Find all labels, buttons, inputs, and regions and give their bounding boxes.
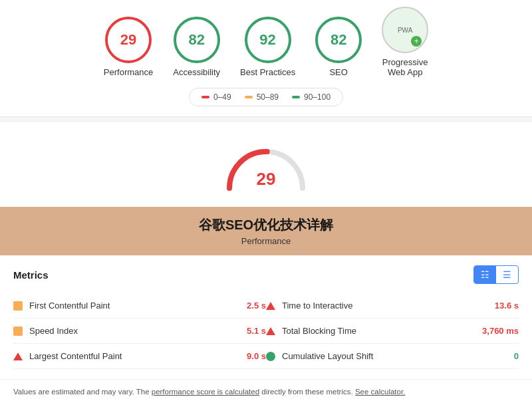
si-icon bbox=[13, 327, 23, 336]
grid-view-button[interactable]: ☷ bbox=[474, 266, 496, 283]
metric-fcp: First Contentful Paint 2.5 s bbox=[13, 293, 266, 319]
legend-orange-label: 50–89 bbox=[257, 92, 279, 102]
legend-green-dot bbox=[292, 96, 300, 98]
score-accessibility: 82 Accessibility bbox=[173, 17, 220, 77]
overlay-subtitle: Performance bbox=[13, 236, 519, 246]
tti-name: Time to Interactive bbox=[282, 301, 488, 311]
legend-orange-dot bbox=[245, 96, 253, 98]
fcp-value: 2.5 s bbox=[247, 301, 266, 311]
tti-icon bbox=[266, 302, 275, 310]
legend-red-label: 0–49 bbox=[213, 92, 231, 102]
section-divider bbox=[0, 116, 532, 122]
metrics-header: Metrics ☷ ☰ bbox=[13, 265, 519, 284]
metric-tbt: Total Blocking Time 3,760 ms bbox=[266, 319, 519, 344]
metrics-title: Metrics bbox=[13, 269, 49, 281]
footnote: Values are estimated and may vary. The p… bbox=[0, 379, 532, 399]
score-pwa: PWA + ProgressiveWeb App bbox=[382, 7, 428, 77]
fcp-icon bbox=[13, 301, 23, 311]
svg-text:29: 29 bbox=[257, 169, 276, 189]
performance-circle: 29 bbox=[105, 17, 152, 63]
tti-value: 13.6 s bbox=[495, 301, 519, 311]
metrics-left-col: First Contentful Paint 2.5 s Speed Index… bbox=[13, 293, 266, 369]
seo-value: 82 bbox=[331, 31, 346, 49]
metrics-section: Metrics ☷ ☰ First Contentful Paint 2.5 s… bbox=[0, 255, 532, 379]
metrics-grid: First Contentful Paint 2.5 s Speed Index… bbox=[13, 293, 519, 369]
fcp-name: First Contentful Paint bbox=[29, 301, 240, 311]
scores-row: 29 Performance 82 Accessibility 92 Best … bbox=[104, 7, 428, 77]
tbt-value: 3,760 ms bbox=[482, 326, 519, 336]
cls-icon bbox=[266, 352, 275, 361]
score-best-practices: 92 Best Practices bbox=[240, 17, 295, 77]
pwa-label: PWA bbox=[398, 27, 412, 34]
overlay-banner: 谷歌SEO优化技术详解 Performance bbox=[0, 207, 532, 255]
legend-green-label: 90–100 bbox=[304, 92, 331, 102]
legend: 0–49 50–89 90–100 bbox=[189, 88, 343, 106]
si-value: 5.1 s bbox=[247, 326, 266, 336]
legend-green: 90–100 bbox=[292, 92, 331, 102]
accessibility-value: 82 bbox=[188, 31, 204, 49]
calculator-link[interactable]: See calculator. bbox=[355, 388, 405, 396]
overlay-title: 谷歌SEO优化技术详解 bbox=[13, 216, 519, 234]
tbt-icon bbox=[266, 327, 275, 335]
lcp-icon bbox=[13, 352, 23, 360]
legend-red: 0–49 bbox=[201, 92, 231, 102]
score-seo: 82 SEO bbox=[315, 17, 362, 77]
top-scores-section: 29 Performance 82 Accessibility 92 Best … bbox=[0, 0, 532, 116]
pwa-text-label: ProgressiveWeb App bbox=[382, 57, 428, 77]
legend-orange: 50–89 bbox=[245, 92, 279, 102]
view-toggle[interactable]: ☷ ☰ bbox=[473, 265, 519, 284]
cls-name: Cumulative Layout Shift bbox=[282, 351, 507, 361]
metric-cls: Cumulative Layout Shift 0 bbox=[266, 344, 519, 369]
lcp-name: Largest Contentful Paint bbox=[29, 351, 240, 361]
lcp-value: 9.0 s bbox=[247, 351, 266, 361]
accessibility-circle: 82 bbox=[174, 17, 220, 63]
gauge-section: 29 bbox=[0, 122, 532, 207]
metrics-right-col: Time to Interactive 13.6 s Total Blockin… bbox=[266, 293, 519, 369]
tbt-name: Total Blocking Time bbox=[282, 326, 475, 336]
pwa-plus-icon: + bbox=[411, 36, 422, 47]
score-performance: 29 Performance bbox=[104, 17, 153, 77]
best-practices-circle: 92 bbox=[245, 17, 291, 63]
metric-si: Speed Index 5.1 s bbox=[13, 319, 266, 344]
list-view-button[interactable]: ☰ bbox=[496, 266, 518, 283]
metric-tti: Time to Interactive 13.6 s bbox=[266, 293, 519, 319]
performance-label: Performance bbox=[104, 67, 153, 77]
gauge-svg: 29 bbox=[219, 135, 313, 195]
gauge-container: 29 bbox=[219, 135, 313, 195]
accessibility-label: Accessibility bbox=[173, 67, 220, 77]
footnote-text2: directly from these metrics. bbox=[259, 388, 355, 396]
best-practices-value: 92 bbox=[259, 31, 275, 49]
perf-score-link[interactable]: performance score is calculated bbox=[152, 388, 259, 396]
metric-lcp: Largest Contentful Paint 9.0 s bbox=[13, 344, 266, 369]
pwa-badge: PWA + bbox=[382, 7, 428, 53]
seo-circle: 82 bbox=[315, 17, 362, 63]
si-name: Speed Index bbox=[29, 326, 240, 336]
cls-value: 0 bbox=[514, 351, 519, 361]
best-practices-label: Best Practices bbox=[240, 67, 295, 77]
legend-red-dot bbox=[201, 96, 209, 98]
footnote-text1: Values are estimated and may vary. The bbox=[13, 388, 152, 396]
seo-label: SEO bbox=[329, 67, 347, 77]
performance-value: 29 bbox=[120, 31, 136, 49]
